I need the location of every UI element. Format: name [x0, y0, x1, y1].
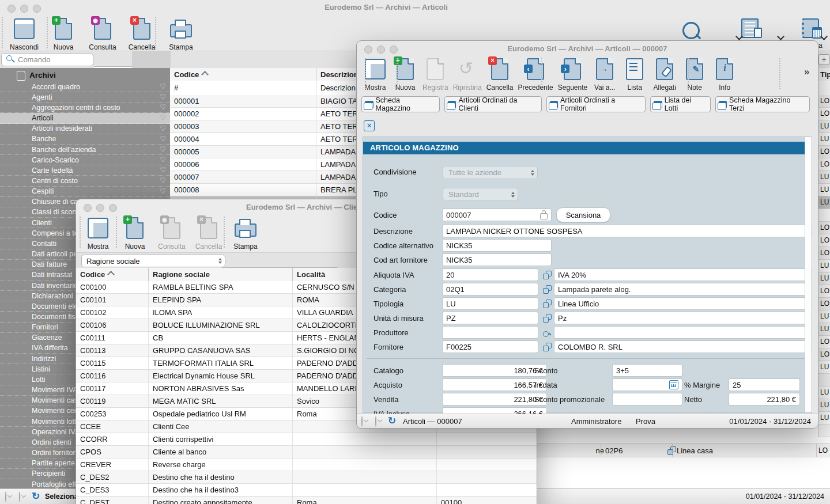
add-column-button[interactable]: +	[818, 54, 829, 65]
close-pane-button[interactable]: ✕	[364, 120, 375, 131]
tip-cell[interactable]: LO	[818, 285, 830, 298]
toolbar-button[interactable]: Cancella	[190, 215, 227, 251]
tip-cell[interactable]: LU	[818, 133, 830, 146]
linked-code-input[interactable]	[443, 327, 538, 338]
toolbar-button[interactable]: Stampa	[227, 215, 264, 251]
heart-icon[interactable]: ♡	[160, 145, 166, 153]
descrizione-input[interactable]: LAMPADA NICKER OTTONE SOSPESA	[443, 225, 812, 237]
toolbar-button[interactable]: Nuova	[391, 56, 419, 92]
linked-code-input[interactable]: PZ	[443, 312, 538, 324]
related-window-button[interactable]: Articoli Ordinati da Clienti	[444, 96, 542, 112]
table-row[interactable]: C_DES2 Destino che ha il destino	[76, 471, 537, 484]
catalogo-input[interactable]: 180,76 €	[443, 365, 546, 376]
linked-desc-field[interactable]: Lampada parete alog.	[554, 283, 812, 295]
sconto-promozionale-input[interactable]	[613, 393, 682, 405]
refresh-icon[interactable]: ↻	[32, 491, 40, 501]
column-header-tipologia[interactable]: Tip	[818, 68, 830, 81]
tip-cell[interactable]: LU	[818, 196, 830, 209]
sidebar-item[interactable]: Banche ♡	[0, 134, 170, 145]
link-icon[interactable]	[543, 300, 552, 308]
related-window-button[interactable]: Scheda Magazzino	[361, 96, 440, 112]
sconto-input[interactable]: 3+5	[613, 365, 682, 376]
condivisione-select[interactable]: Tutte le aziende	[443, 166, 538, 179]
related-window-button[interactable]: Scheda Magazzino Terzi	[715, 96, 810, 112]
toolbar-button[interactable]: Seguente	[557, 56, 588, 92]
sidebar-item[interactable]: Articoli indesiderati ♡	[0, 124, 170, 134]
tip-cell[interactable]	[818, 425, 830, 437]
linked-desc-field[interactable]: Pz	[554, 312, 812, 324]
tip-cell[interactable]: LO	[818, 234, 830, 247]
sidebar-item[interactable]: Articoli ♡	[0, 113, 170, 123]
chevron-down-icon[interactable]	[777, 33, 784, 40]
related-window-button[interactable]: Articoli Ordinati a Fornitori	[546, 96, 646, 112]
toolbar-button[interactable]: Nuova	[116, 215, 153, 251]
tip-cell[interactable]: LO	[818, 158, 830, 171]
toolbar-button[interactable]: Ripristina	[452, 56, 483, 92]
accounting-icon[interactable]	[802, 18, 819, 38]
search-input[interactable]: Comando	[1, 53, 93, 66]
toolbar-overflow-button[interactable]: »	[804, 66, 809, 78]
tip-cell[interactable]: LO	[818, 108, 830, 120]
tip-cell[interactable]: LU	[818, 399, 830, 412]
linked-desc-field[interactable]: IVA 20%	[554, 269, 812, 281]
tip-cell[interactable]: LU	[818, 386, 830, 399]
minimize-button[interactable]	[20, 5, 28, 13]
tip-cell[interactable]: LO	[818, 336, 830, 348]
toolbar-button[interactable]: Registra	[421, 56, 450, 92]
link-icon[interactable]	[543, 343, 552, 351]
linked-code-input[interactable]: F00225	[443, 341, 538, 353]
linked-desc-field[interactable]: COLOMBO R. SRL	[554, 341, 812, 353]
table-row[interactable]: CCORR Clienti corrispettivi	[76, 433, 537, 446]
minimize-button[interactable]	[377, 46, 385, 54]
table-row[interactable]: CREVER Reverse charge	[76, 458, 537, 471]
linked-desc-field[interactable]: Linea Ufficio	[554, 298, 812, 309]
heart-icon[interactable]: ♡	[160, 135, 166, 143]
field-selector-dropdown[interactable]: Ragione sociale	[81, 255, 225, 267]
toolbar-button[interactable]: Cancella	[485, 56, 515, 92]
toolbar-button[interactable]: Note	[681, 56, 708, 92]
linked-code-input[interactable]: 20	[443, 269, 538, 281]
vendita-input[interactable]: 221,80 €	[443, 393, 546, 405]
tip-cell[interactable]: LU	[818, 120, 830, 133]
sidebar-item[interactable]: Carte fedeltà ♡	[0, 165, 170, 176]
sync-status-icon[interactable]	[361, 416, 363, 427]
margine-input[interactable]: 25	[729, 379, 799, 391]
tip-cell[interactable]: LU	[818, 272, 830, 285]
tip-cell[interactable]: LU	[818, 184, 830, 196]
close-button[interactable]	[7, 5, 16, 13]
tip-cell[interactable]: LU	[818, 260, 830, 272]
toolbar-button[interactable]: Lista	[621, 56, 648, 92]
heart-icon[interactable]: ♡	[160, 166, 166, 174]
toolbar-button[interactable]: Info	[711, 56, 738, 92]
linked-code-input[interactable]: LU	[443, 298, 538, 309]
tip-cell[interactable]: LO	[818, 146, 830, 158]
traffic-lights[interactable]	[84, 204, 117, 212]
link-icon[interactable]	[543, 328, 552, 337]
scansiona-button[interactable]: Scansiona	[556, 207, 610, 222]
heart-icon[interactable]: ♡	[160, 124, 166, 132]
zoom-button[interactable]	[33, 5, 41, 13]
sync-status-icon[interactable]	[5, 491, 6, 502]
heart-icon[interactable]: ♡	[160, 176, 166, 184]
tip-cell[interactable]: LO	[818, 222, 830, 234]
tipo-select[interactable]: Standard	[443, 188, 518, 201]
filter-cell-codice[interactable]: #	[170, 81, 323, 95]
traffic-lights[interactable]	[7, 5, 41, 13]
tip-cell[interactable]: LU	[818, 310, 830, 323]
column-header-codice[interactable]: Codice	[170, 68, 323, 81]
tip-cell[interactable]: LU	[818, 323, 830, 336]
tip-cell[interactable]: LO	[818, 95, 830, 108]
minimize-button[interactable]	[96, 204, 104, 212]
heart-icon[interactable]: ♡	[160, 93, 166, 101]
netto-input[interactable]: 221,80 €	[729, 393, 799, 405]
in-data-input[interactable]	[613, 379, 682, 391]
toolbar-button[interactable]: Nascondi	[5, 16, 44, 51]
close-button[interactable]	[84, 204, 92, 212]
sidebar-item[interactable]: Cespiti ♡	[0, 187, 170, 197]
toolbar-button[interactable]: Allegati	[651, 56, 678, 92]
calendar-icon[interactable]	[669, 380, 678, 389]
sidebar-item[interactable]: Carico-Scarico ♡	[0, 155, 170, 165]
search-icon[interactable]	[682, 22, 700, 39]
link-icon[interactable]	[543, 285, 552, 294]
sidebar-item[interactable]: Accordi quadro ♡	[0, 82, 170, 92]
